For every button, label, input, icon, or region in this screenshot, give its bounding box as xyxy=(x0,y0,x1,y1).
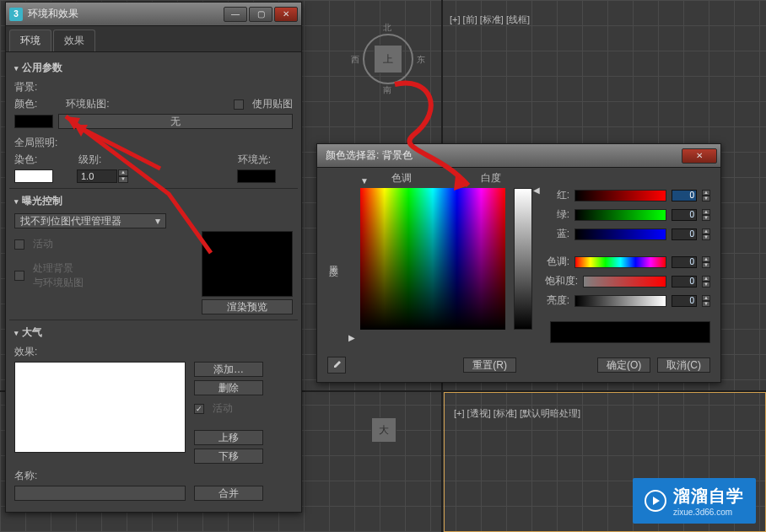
hue-slider[interactable] xyxy=(574,256,666,268)
watermark-brand: 溜溜自学 xyxy=(673,485,744,508)
spinner-down-icon[interactable]: ▼ xyxy=(702,215,710,221)
effects-listbox[interactable] xyxy=(14,362,186,453)
tint-color-swatch[interactable] xyxy=(14,169,53,183)
label-val: 亮度: xyxy=(541,293,569,308)
color-picker-dialog: 颜色选择器: 背景色 ✕ 色调 白度 黑度 ▼ ▶ ◀ 红: 0 ▲▼ 绿: xyxy=(316,143,721,383)
spinner-down-icon[interactable]: ▼ xyxy=(702,262,710,268)
move-up-button[interactable]: 上移 xyxy=(194,430,263,445)
label-global-light: 全局照明: xyxy=(14,136,57,150)
label-hue-s: 色调: xyxy=(541,255,569,269)
close-button[interactable]: ✕ xyxy=(274,7,298,22)
chevron-down-icon: ▾ xyxy=(155,215,160,227)
env-tabs: 环境 效果 xyxy=(6,26,301,52)
red-slider[interactable] xyxy=(574,190,666,202)
picker-titlebar[interactable]: 颜色选择器: 背景色 ✕ xyxy=(317,144,720,168)
eyedropper-button[interactable] xyxy=(327,357,346,373)
sat-slider[interactable] xyxy=(583,276,666,287)
watermark: 溜溜自学 zixue.3d66.com xyxy=(633,478,756,524)
label-sat: 饱和度: xyxy=(541,274,578,288)
level-input[interactable] xyxy=(77,169,117,183)
maximize-button[interactable]: ▢ xyxy=(249,7,272,22)
checkbox-use-map[interactable] xyxy=(234,99,244,110)
viewport-label-top[interactable]: [+] [前] [标准] [线框] xyxy=(450,13,530,26)
app-icon: 3 xyxy=(9,8,23,21)
label-blue: 蓝: xyxy=(541,227,569,241)
background-color-swatch[interactable] xyxy=(14,115,53,128)
label-effect-active: 活动 xyxy=(213,401,233,416)
label-active: 活动 xyxy=(33,237,53,251)
green-slider[interactable] xyxy=(574,209,666,221)
render-preview-button[interactable]: 渲染预览 xyxy=(202,299,293,314)
effect-name-input[interactable] xyxy=(14,486,186,501)
environment-dialog: 3 环境和效果 — ▢ ✕ 环境 效果 公用参数 背景: 颜色: 环境贴图: 使… xyxy=(5,2,302,513)
spinner-up-icon[interactable]: ▲ xyxy=(702,256,710,262)
viewcube-face-top[interactable]: 上 xyxy=(374,45,402,73)
compass-west: 西 xyxy=(351,54,359,66)
label-color: 颜色: xyxy=(14,97,37,111)
spinner-down-icon[interactable]: ▼ xyxy=(702,234,710,240)
env-title: 环境和效果 xyxy=(28,7,224,21)
label-ambient: 环境光: xyxy=(238,153,271,167)
compass-east: 东 xyxy=(417,54,425,66)
rollout-exposure[interactable]: 曝光控制 xyxy=(14,194,293,208)
value-marker-icon: ▶ xyxy=(348,333,355,342)
spinner-down-icon[interactable]: ▼ xyxy=(118,176,128,183)
exposure-preview xyxy=(202,231,293,297)
watermark-sub: zixue.3d66.com xyxy=(673,508,744,517)
sat-value[interactable]: 0 xyxy=(672,276,697,287)
cancel-button[interactable]: 取消(C) xyxy=(657,357,710,373)
level-spinner[interactable]: ▲▼ xyxy=(77,169,128,183)
spinner-down-icon[interactable]: ▼ xyxy=(702,301,710,307)
env-titlebar[interactable]: 3 环境和效果 — ▢ ✕ xyxy=(6,3,301,26)
env-map-button[interactable]: 无 xyxy=(58,114,293,129)
whiteness-handle-icon: ◀ xyxy=(533,185,540,195)
add-effect-button[interactable]: 添加… xyxy=(194,362,263,377)
tab-effects[interactable]: 效果 xyxy=(53,30,95,51)
whiteness-slider[interactable]: ◀ xyxy=(514,188,532,330)
label-green: 绿: xyxy=(541,207,569,222)
spinner-up-icon[interactable]: ▲ xyxy=(702,228,710,234)
label-tint: 染色: xyxy=(14,153,43,167)
merge-button[interactable]: 合并 xyxy=(194,486,263,501)
val-value[interactable]: 0 xyxy=(672,295,697,307)
checkbox-process-bg[interactable] xyxy=(14,271,24,281)
spinner-up-icon[interactable]: ▲ xyxy=(702,190,710,196)
label-level: 级别: xyxy=(78,153,101,167)
green-value[interactable]: 0 xyxy=(672,209,697,221)
spinner-up-icon[interactable]: ▲ xyxy=(118,169,128,176)
rollout-atmosphere[interactable]: 大气 xyxy=(14,325,293,340)
ok-button[interactable]: 确定(O) xyxy=(597,357,650,373)
label-blackness: 黑度 xyxy=(327,258,340,261)
rollout-common-params[interactable]: 公用参数 xyxy=(14,61,293,75)
checkbox-active-exposure[interactable] xyxy=(14,239,24,250)
checkbox-effect-active[interactable] xyxy=(194,404,204,414)
minimize-button[interactable]: — xyxy=(224,7,247,22)
eyedropper-icon xyxy=(332,360,342,370)
picker-title: 颜色选择器: 背景色 xyxy=(326,148,682,163)
tab-environment[interactable]: 环境 xyxy=(9,30,51,51)
viewcube-perspective[interactable]: 大 xyxy=(371,417,396,443)
ambient-color-swatch[interactable] xyxy=(237,169,276,183)
spinner-up-icon[interactable]: ▲ xyxy=(702,295,710,301)
spinner-up-icon[interactable]: ▲ xyxy=(702,276,710,282)
spinner-down-icon[interactable]: ▼ xyxy=(702,196,710,202)
blue-slider[interactable] xyxy=(574,228,666,240)
label-effects: 效果: xyxy=(14,345,37,359)
label-red: 红: xyxy=(541,188,569,202)
val-slider[interactable] xyxy=(574,295,666,307)
spinner-up-icon[interactable]: ▲ xyxy=(702,209,710,215)
hue-saturation-field[interactable] xyxy=(360,188,505,330)
blue-value[interactable]: 0 xyxy=(672,228,697,240)
label-process-bg: 处理背景 与环境贴图 xyxy=(33,261,84,290)
delete-effect-button[interactable]: 删除 xyxy=(194,380,263,395)
current-color-swatch xyxy=(550,321,710,343)
move-down-button[interactable]: 下移 xyxy=(194,449,263,464)
viewport-label-bottom[interactable]: [+] [透视] [标准] [默认明暗处理] xyxy=(454,407,580,420)
reset-button[interactable]: 重置(R) xyxy=(463,357,516,373)
picker-close-button[interactable]: ✕ xyxy=(682,148,717,164)
view-compass[interactable]: 上 北 南 东 西 xyxy=(354,25,422,93)
red-value[interactable]: 0 xyxy=(672,190,697,202)
spinner-down-icon[interactable]: ▼ xyxy=(702,282,710,287)
hue-value[interactable]: 0 xyxy=(672,256,697,268)
exposure-selector[interactable]: 找不到位图代理管理器▾ xyxy=(14,213,166,228)
